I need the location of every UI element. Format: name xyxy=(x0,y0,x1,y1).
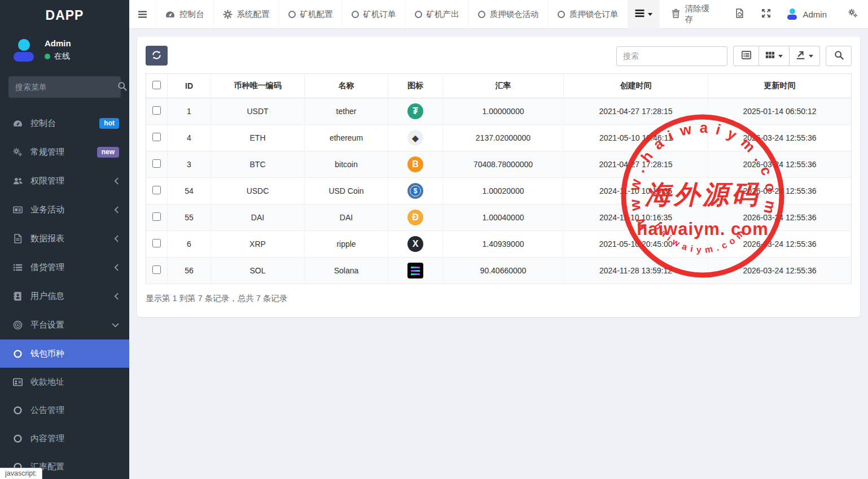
file-icon xyxy=(12,234,23,243)
cell-id: 4 xyxy=(168,125,211,151)
row-checkbox[interactable] xyxy=(152,106,161,115)
sidebar-subitem-3[interactable]: 内容管理 xyxy=(0,424,129,452)
sidebar-item-label: 控制台 xyxy=(30,118,56,129)
row-checkbox[interactable] xyxy=(152,133,161,141)
search-button[interactable] xyxy=(826,46,852,66)
nav-tab-1[interactable]: 系统配置 xyxy=(213,0,279,29)
refresh-page-icon xyxy=(735,8,744,20)
select-all-checkbox[interactable] xyxy=(152,81,161,89)
users-icon xyxy=(12,176,23,186)
sidebar-item-3[interactable]: 业务活动 xyxy=(0,195,129,224)
sidebar-item-2[interactable]: 权限管理 xyxy=(0,167,129,195)
nav-tab-label: 矿机产出 xyxy=(427,9,459,20)
settings-button[interactable] xyxy=(835,8,868,20)
topbar-user[interactable]: Admin xyxy=(779,8,835,20)
cell-name: tether xyxy=(305,98,388,125)
xrp-icon: X xyxy=(407,236,423,252)
nav-tab-6[interactable]: 质押锁仓订单 xyxy=(548,0,628,29)
cell-created: 2021-05-10 20:45:00 xyxy=(564,231,708,258)
cell-code: USDC xyxy=(211,178,305,204)
sidebar-item-4[interactable]: 数据报表 xyxy=(0,224,129,253)
chevron-left-icon xyxy=(114,293,119,300)
user-panel: Admin 在线 xyxy=(0,31,129,72)
row-checkbox[interactable] xyxy=(152,265,161,274)
sidebar-subitem-label: 钱包币种 xyxy=(30,349,64,359)
fullscreen-button[interactable] xyxy=(753,8,779,20)
sidebar: DAPP Admin 在线 控制台hot常规管理new权限管理业务活动数据报表借… xyxy=(0,0,129,479)
table-search-input[interactable] xyxy=(616,46,727,66)
chevron-left-icon xyxy=(114,264,119,271)
sidebar-item-5[interactable]: 借贷管理 xyxy=(0,253,129,282)
cell-name: ethereum xyxy=(305,125,388,151)
caret-down-icon xyxy=(648,13,652,16)
list-icon xyxy=(12,263,23,272)
cell-icon xyxy=(388,258,443,284)
cell-rate: 1.00000000 xyxy=(443,98,564,125)
sidebar-item-6[interactable]: 用户信息 xyxy=(0,282,129,311)
nav-tab-3[interactable]: 矿机订单 xyxy=(342,0,405,29)
topbar-avatar xyxy=(787,8,797,20)
sidebar-subitem-1[interactable]: 收款地址 xyxy=(0,368,129,396)
columns-icon xyxy=(765,50,775,62)
row-checkbox[interactable] xyxy=(152,239,161,247)
sidebar-search-input[interactable] xyxy=(15,82,117,92)
cell-icon: B xyxy=(388,151,443,178)
app-logo: DAPP xyxy=(0,0,129,31)
cell-rate: 2137.02000000 xyxy=(443,125,564,151)
column-header: 图标 xyxy=(388,74,443,98)
tabs-dropdown-button[interactable] xyxy=(628,0,660,29)
circle-icon xyxy=(558,11,565,18)
row-checkbox[interactable] xyxy=(152,186,161,194)
clear-cache-button[interactable]: 清除缓存 xyxy=(660,3,727,25)
cell-name: USD Coin xyxy=(305,178,388,204)
cell-code: BTC xyxy=(211,151,305,178)
gear-icon xyxy=(223,10,233,19)
cell-name: DAI xyxy=(305,204,388,231)
table-row: 54USDCUSD Coin$1.000200002024-11-10 10:1… xyxy=(146,178,852,204)
cell-created: 2024-11-28 13:59:12 xyxy=(564,258,708,284)
list-icon xyxy=(635,8,645,20)
refresh-table-button[interactable] xyxy=(146,46,168,66)
sidebar-item-0[interactable]: 控制台hot xyxy=(0,109,129,138)
cell-code: USDT xyxy=(211,98,305,125)
clear-cache-label: 清除缓存 xyxy=(685,3,716,25)
hamburger-icon[interactable] xyxy=(129,10,156,19)
table-row: 6XRPrippleX1.409390002021-05-10 20:45:00… xyxy=(146,231,852,258)
row-checkbox[interactable] xyxy=(152,159,161,168)
usdc-icon: $ xyxy=(407,183,423,199)
nav-tab-4[interactable]: 矿机产出 xyxy=(405,0,468,29)
circle-icon xyxy=(415,11,422,18)
row-checkbox[interactable] xyxy=(152,212,161,221)
sidebar-subitem-0[interactable]: 钱包币种 xyxy=(0,339,129,368)
column-header: 名称 xyxy=(305,74,388,98)
circle-icon xyxy=(288,11,296,18)
columns-button[interactable] xyxy=(759,46,790,66)
cell-code: XRP xyxy=(211,231,305,258)
detail-view-button[interactable] xyxy=(733,46,759,66)
column-header: 汇率 xyxy=(443,74,564,98)
sidebar-item-7[interactable]: 平台设置 xyxy=(0,311,129,339)
nav-tab-label: 矿机配置 xyxy=(300,9,333,20)
fullscreen-icon xyxy=(761,8,771,20)
refresh-page-button[interactable] xyxy=(726,8,753,20)
nav-tab-label: 质押锁仓订单 xyxy=(569,9,619,20)
table-row: 55DAIDAIĐ1.000400002024-11-10 10:16:3520… xyxy=(146,204,852,231)
table-row: 4ETHethereum◆2137.020000002021-05-10 19:… xyxy=(146,125,852,151)
user-name: Admin xyxy=(45,38,71,48)
nav-tab-0[interactable]: 控制台 xyxy=(156,0,213,29)
circle-icon xyxy=(12,406,23,415)
caret-down-icon xyxy=(809,55,813,58)
chevron-left-icon xyxy=(114,235,119,242)
cell-updated: 2026-03-24 12:55:36 xyxy=(708,258,852,284)
export-button[interactable] xyxy=(790,46,820,66)
sidebar-item-1[interactable]: 常规管理new xyxy=(0,138,129,167)
search-icon xyxy=(834,50,844,62)
btc-icon: B xyxy=(407,156,423,172)
nav-tab-label: 质押锁仓活动 xyxy=(490,9,539,20)
nav-tab-5[interactable]: 质押锁仓活动 xyxy=(468,0,548,29)
sidebar-subitem-2[interactable]: 公告管理 xyxy=(0,396,129,424)
cell-code: ETH xyxy=(211,125,305,151)
online-dot-icon xyxy=(45,54,50,59)
nav-tab-2[interactable]: 矿机配置 xyxy=(279,0,342,29)
topbar-tabs: 控制台系统配置矿机配置矿机订单矿机产出质押锁仓活动质押锁仓订单 xyxy=(156,0,628,29)
